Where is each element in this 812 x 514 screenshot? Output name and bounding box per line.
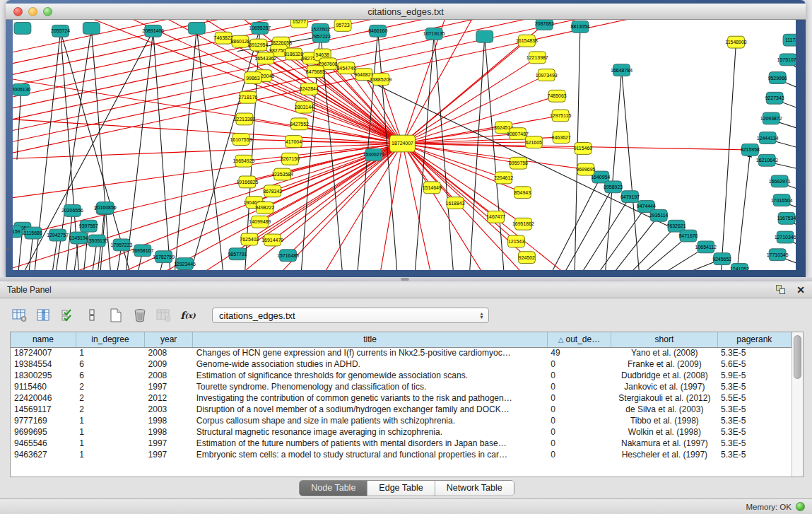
table-row[interactable]: 969969511998Structural magnetic resonanc…	[11, 426, 792, 438]
column-header-in_degree[interactable]: in_degree	[76, 332, 144, 347]
tab-node-table[interactable]: Node Table	[300, 481, 367, 496]
graph-node[interactable]: 12353584	[271, 168, 293, 180]
graph-node[interactable]: 8958923	[604, 181, 623, 193]
tab-edge-table[interactable]: Edge Table	[367, 481, 435, 496]
graph-node[interactable]: 13885209	[370, 74, 392, 86]
graph-node[interactable]: 8215958	[741, 144, 760, 156]
graph-node[interactable]: 8471676	[678, 230, 698, 242]
graph-node[interactable]: 2055724	[51, 25, 70, 37]
column-header-name[interactable]: name	[11, 332, 76, 347]
delete-rows-trash-icon[interactable]	[130, 305, 150, 325]
graph-node[interactable]: 19166825	[236, 176, 258, 188]
graph-node[interactable]	[476, 30, 493, 42]
table-row[interactable]: 946554611997Estimation of the future num…	[11, 438, 792, 449]
graph-node[interactable]: 2005130	[13, 83, 31, 95]
graph-node[interactable]: 854943	[514, 187, 531, 199]
graph-node[interactable]: 2803144	[295, 101, 314, 113]
graph-node[interactable]: 6479197	[620, 191, 640, 203]
column-header-title[interactable]: title	[193, 332, 548, 347]
graph-node[interactable]: 7625402	[240, 233, 259, 245]
graph-node[interactable]: 16154838	[516, 35, 538, 47]
graph-node[interactable]: 20891406	[142, 25, 164, 37]
graph-node[interactable]: 9397587	[79, 220, 98, 232]
graph-node[interactable]: 1618843	[446, 197, 465, 209]
graph-node[interactable]: 15751074	[777, 54, 796, 66]
graph-node[interactable]	[188, 22, 205, 34]
float-panel-icon[interactable]	[775, 284, 788, 296]
graph-node[interactable]: 1467477	[486, 211, 505, 223]
graph-node[interactable]: 12213987	[526, 52, 548, 64]
graph-node[interactable]: 3242844	[300, 83, 319, 95]
graph-node[interactable]: 99863	[245, 72, 261, 84]
graph-node[interactable]: 17016504	[771, 194, 793, 206]
graph-node[interactable]: 8678342	[263, 185, 282, 197]
graph-node[interactable]: 15300273	[363, 148, 384, 160]
window-titlebar[interactable]: citations_edges.txt	[6, 4, 806, 20]
tab-network-table[interactable]: Network Table	[435, 481, 514, 496]
graph-node[interactable]: 11173	[783, 34, 796, 46]
table-row[interactable]: 946362711997Embryonic stem cells: a mode…	[11, 449, 792, 460]
column-header-short[interactable]: short	[611, 332, 717, 347]
graph-node[interactable]: 16648784	[611, 64, 632, 76]
table-vertical-scrollbar[interactable]	[792, 332, 803, 477]
graph-node[interactable]: 16782759	[153, 251, 175, 263]
table-row[interactable]: 1456911722003Disruption of a novel membe…	[11, 404, 792, 415]
graph-node[interactable]: 2204612	[494, 172, 513, 184]
graph-node[interactable]: 121543	[508, 235, 525, 247]
graph-node[interactable]: 7857223	[312, 30, 331, 42]
table-row[interactable]: 1872400712008Changes of HCN gene express…	[11, 347, 792, 358]
graph-node[interactable]: 8466160	[368, 25, 387, 37]
table-row[interactable]: 2242004622012Investigating the contribut…	[11, 392, 792, 404]
table-row[interactable]: 1938455462009Genome-wide association stu…	[11, 358, 792, 370]
graph-node[interactable]: 1241052	[730, 264, 749, 270]
graph-node[interactable]: 417004	[286, 136, 302, 148]
graph-node[interactable]: 2087682	[535, 20, 554, 30]
graph-node[interactable]: 2935114	[649, 209, 669, 221]
graph-node[interactable]: 16543362	[254, 52, 276, 64]
graph-node[interactable]: 16107553	[230, 134, 252, 146]
graph-node[interactable]: 16951862	[512, 218, 534, 230]
zoom-window-button[interactable]	[43, 7, 52, 16]
scrollbar-thumb[interactable]	[794, 335, 801, 379]
graph-node[interactable]: 10719135	[423, 28, 445, 40]
graph-node[interactable]: 18724007	[390, 135, 416, 152]
graph-node[interactable]: 1514649	[423, 182, 442, 194]
graph-node[interactable]: 8912954	[249, 39, 268, 51]
graph-node[interactable]: 8475685	[306, 66, 325, 78]
graph-node[interactable]: 9115460	[574, 143, 593, 155]
graph-node[interactable]: 9699695	[576, 163, 595, 175]
network-graph-canvas[interactable]: 2055724208914061065528715276028466160107…	[13, 20, 796, 270]
graph-node[interactable]: 9498222	[255, 202, 274, 214]
graph-node[interactable]: 12975115	[550, 110, 572, 122]
graph-node[interactable]: 10654112	[695, 241, 717, 253]
graph-node[interactable]: 17957223	[111, 239, 133, 251]
column-header-out_de[interactable]: △out_de…	[547, 332, 611, 347]
table-source-dropdown[interactable]: citations_edges.txt ▲▼	[212, 308, 489, 323]
graph-node[interactable]: 15716485	[277, 250, 299, 262]
graph-node[interactable]: 8860128	[230, 35, 249, 47]
graph-node[interactable]	[83, 22, 100, 34]
divider-grip-icon[interactable]	[401, 278, 409, 281]
graph-node[interactable]: 9529966	[768, 72, 787, 84]
graph-node[interactable]: 16210643	[756, 154, 778, 166]
graph-node[interactable]: 39159	[13, 226, 22, 238]
graph-node[interactable]: 15277	[291, 20, 308, 28]
graph-node[interactable]: 1145194	[69, 232, 88, 244]
graph-node[interactable]: 20206556	[61, 205, 83, 217]
table-row[interactable]: 911546021997Tourette syndrome. Phenomeno…	[11, 381, 792, 392]
graph-node[interactable]: 8427552	[290, 118, 309, 130]
graph-node[interactable]: 10655287	[249, 22, 271, 34]
graph-node[interactable]: 8186328	[284, 48, 303, 60]
graph-node[interactable]: 12942757	[47, 229, 69, 241]
table-row[interactable]: 1830029562008Estimation of significance …	[11, 370, 792, 381]
graph-node[interactable]: 12213387	[233, 113, 255, 125]
graph-node[interactable]: 11548908	[725, 36, 747, 48]
graph-node[interactable]: 1167534	[777, 212, 796, 224]
graph-node[interactable]: 16914479	[261, 234, 283, 246]
graph-node[interactable]: 9463627	[552, 132, 571, 144]
graph-node[interactable]: 9245652	[712, 253, 731, 265]
graph-node[interactable]: 13505135	[86, 235, 108, 247]
graph-node[interactable]: 7485063	[548, 90, 567, 102]
show-columns-icon[interactable]	[34, 305, 54, 325]
panel-divider[interactable]	[0, 277, 812, 281]
